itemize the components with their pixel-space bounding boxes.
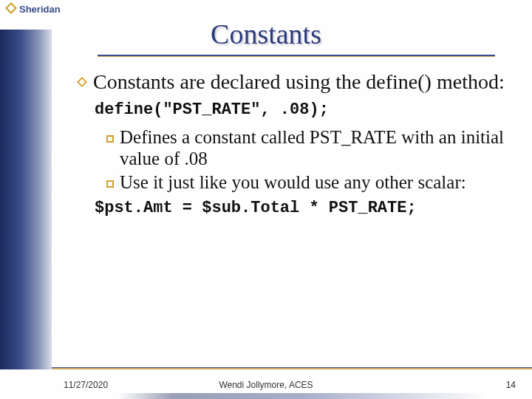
diamond-icon (4, 1, 18, 17)
bullet-diamond-icon (77, 69, 93, 95)
bullet-square-icon (106, 126, 120, 170)
brand-name: Sheridan (19, 4, 61, 15)
slide-title: Constants (0, 18, 532, 50)
slide: Sheridan Constants Constants are declare… (0, 0, 532, 399)
bullet-square-icon (106, 171, 120, 194)
footer-author: Wendi Jollymore, ACES (0, 380, 532, 390)
code-line-define: define("PST_RATE", .08); (95, 100, 508, 119)
bullet-text: Constants are declared using the define(… (93, 69, 505, 95)
sidebar-gradient (0, 30, 52, 369)
svg-rect-5 (108, 137, 112, 141)
slide-content: Constants are declared using the define(… (77, 69, 508, 217)
footer-page-number: 14 (506, 380, 516, 390)
title-underline (98, 55, 495, 57)
bullet-text: Use it just like you would use any other… (120, 171, 466, 194)
bullet-level2: Defines a constant called PST_RATE with … (106, 126, 508, 170)
slide-footer: 11/27/2020 Wendi Jollymore, ACES 14 (0, 369, 532, 399)
brand-logo: Sheridan (4, 1, 61, 17)
code-line-usage: $pst.Amt = $sub.Total * PST_RATE; (95, 199, 508, 217)
svg-rect-7 (108, 182, 112, 186)
bullet-level2: Use it just like you would use any other… (106, 171, 508, 194)
bullet-level1: Constants are declared using the define(… (77, 69, 508, 95)
bullet-text: Defines a constant called PST_RATE with … (120, 126, 508, 170)
